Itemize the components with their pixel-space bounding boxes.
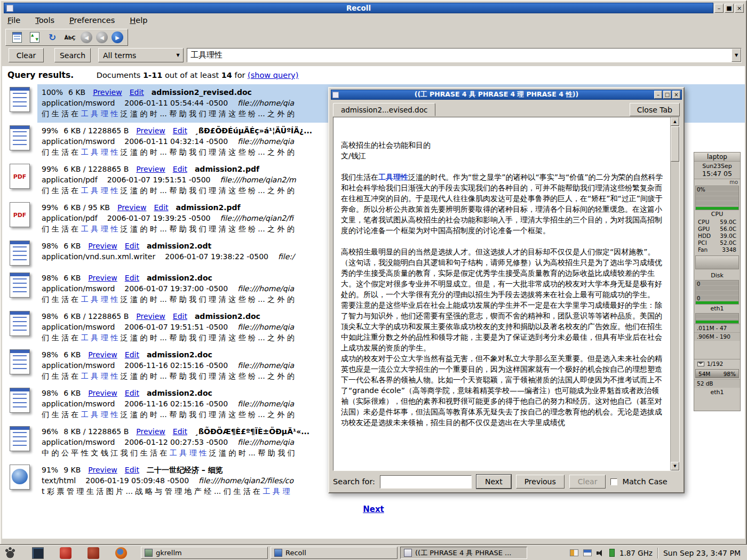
result-edit-link[interactable]: Edit — [125, 350, 139, 359]
find-previous-button[interactable]: Previous — [516, 475, 565, 489]
result-size: 6 KB — [63, 274, 81, 282]
sort-arrows-glyph — [30, 32, 39, 43]
taskbar-task-gkrellm[interactable]: gkrellm — [141, 547, 268, 559]
tray-layout-icon-2[interactable] — [583, 549, 592, 556]
search-input[interactable] — [187, 51, 732, 60]
next-page-button[interactable]: ▶ — [112, 31, 123, 43]
result-preview-link[interactable]: Preview — [88, 389, 117, 397]
result-edit-link[interactable]: Edit — [125, 389, 139, 397]
menu-preferences[interactable]: Preferences — [69, 16, 115, 27]
result-preview-link[interactable]: Preview — [136, 427, 165, 436]
result-score: 100% — [42, 88, 63, 97]
result-edit-link[interactable]: Edit — [125, 242, 139, 250]
result-preview-link[interactable]: Preview — [88, 466, 117, 474]
gkrellm-mail[interactable]: 1/192 — [694, 359, 740, 368]
menu-tools[interactable]: Tools — [35, 16, 54, 27]
next-results-link[interactable]: Next — [2, 505, 745, 514]
gkrellm-clock[interactable]: Sun23Sep 15:47 05 — [694, 162, 740, 179]
pdf-label: PDF — [10, 212, 29, 219]
find-next-button[interactable]: Next — [476, 475, 511, 489]
firefox-launcher-icon[interactable] — [115, 547, 127, 559]
match-case-checkbox[interactable] — [610, 478, 617, 485]
power-icon[interactable] — [609, 549, 615, 557]
preview-tab[interactable]: admission2...evised.doc — [333, 103, 435, 116]
gkrellm-meter-panel — [695, 255, 739, 269]
history-dropdown-icon[interactable]: ▼ — [732, 49, 741, 62]
result-title: admission2.doc — [147, 350, 212, 359]
find-clear-button: Clear — [569, 475, 606, 489]
result-url: file:///home/qia — [237, 438, 294, 446]
result-preview-link[interactable]: Preview — [88, 242, 117, 250]
preview-titlebar[interactable]: ((工 PHRASE 4 具 PHRASE 4 理 PHRASE 4 性)) –… — [331, 90, 682, 100]
recoll-titlebar[interactable]: Recoll — [4, 3, 713, 13]
result-size: 6 KB — [63, 350, 81, 359]
search-mode-select[interactable]: All terms ▼ — [98, 48, 184, 62]
doc-file-icon — [10, 426, 30, 451]
gkrellm-disk-chart[interactable]: 0 0 — [695, 280, 739, 305]
first-page-button[interactable]: ◀ — [81, 31, 92, 43]
menu-file[interactable]: File — [7, 16, 20, 27]
prev-page-button[interactable]: ◀ — [96, 31, 108, 43]
app-launcher-red-icon[interactable] — [60, 547, 71, 559]
scrollbar-thumb[interactable] — [671, 126, 679, 162]
gkrellm-sensor-cpu: CPU59.0C — [694, 219, 740, 226]
result-edit-link[interactable]: Edit — [154, 203, 168, 212]
search-button[interactable]: Search — [54, 48, 91, 62]
result-preview-link[interactable]: Preview — [136, 165, 165, 173]
gkrellm-memory-meter[interactable]: 54M 98% — [695, 369, 739, 378]
query-history-icon[interactable]: ↻ — [45, 31, 59, 44]
maximize-button[interactable]: ■ — [725, 4, 734, 13]
result-size: 6 KB / 95 KB — [63, 203, 110, 212]
preview-text: 高校招生的社会功能和目的文/钱江我们生活在工具理性泛滥的时代。作为“世之显学”的… — [341, 117, 665, 470]
menu-help[interactable]: Help — [130, 16, 147, 27]
result-url: file:/ — [278, 252, 295, 261]
results-documents-word: Documents — [97, 71, 141, 79]
preview-minimize-button[interactable]: – — [654, 91, 662, 99]
show-query-link[interactable]: (show query) — [248, 71, 298, 79]
result-score: 98% — [42, 274, 58, 282]
result-preview-link[interactable]: Preview — [93, 88, 122, 97]
gkrellm-volume[interactable]: 52 dB — [694, 379, 740, 388]
close-button[interactable]: × — [735, 4, 744, 13]
table-view-icon[interactable] — [10, 31, 24, 44]
tray-layout-icon-1[interactable] — [570, 549, 578, 556]
terminal-launcher-icon[interactable] — [32, 547, 44, 559]
app-launcher-darkred-icon[interactable] — [88, 547, 99, 559]
menu-launcher-icon[interactable] — [4, 547, 16, 559]
scroll-up-icon[interactable]: ▲ — [671, 117, 679, 126]
clear-button[interactable]: Clear — [9, 48, 44, 62]
result-preview-link[interactable]: Preview — [88, 350, 117, 359]
result-preview-link[interactable]: Preview — [136, 312, 165, 321]
preview-scrollbar[interactable]: ▲ ▼ — [670, 117, 679, 470]
result-edit-link[interactable]: Edit — [125, 274, 139, 282]
result-edit-link[interactable]: Edit — [173, 427, 187, 436]
preview-paragraph: 高校招生的社会功能和目的 — [341, 140, 665, 150]
doc-file-icon — [10, 125, 30, 150]
chevron-down-icon: ▼ — [173, 49, 183, 62]
spellcheck-icon[interactable]: ÂbÇ — [63, 31, 77, 44]
gkrellm-cpu-chart[interactable]: 0% — [695, 186, 739, 210]
preview-paragraph: 需要注意的是这些毕业后在社会上能成功发展的学生并不一定是在大学里学习成绩最好的学… — [341, 300, 665, 353]
sort-icon[interactable] — [28, 31, 42, 44]
gkrellm-net-chart[interactable] — [695, 313, 739, 324]
result-edit-link[interactable]: Edit — [173, 312, 187, 321]
scroll-down-icon[interactable]: ▼ — [671, 462, 679, 470]
result-score: 98% — [42, 350, 58, 359]
result-preview-link[interactable]: Preview — [117, 203, 147, 212]
result-edit-link[interactable]: Edit — [173, 165, 187, 173]
doc-file-icon — [10, 388, 30, 413]
find-input[interactable] — [380, 475, 472, 489]
taskbar-task-recoll[interactable]: Recoll — [271, 547, 398, 559]
preview-close-button[interactable]: × — [672, 91, 680, 99]
minimize-button[interactable]: – — [714, 4, 724, 13]
taskbar-task-preview[interactable]: ((工 PHRASE 4 具 PHRASE ... — [400, 547, 527, 559]
result-edit-link[interactable]: Edit — [130, 88, 144, 97]
preview-maximize-button[interactable]: □ — [663, 91, 671, 99]
gkrellm-interface-label: eth1 — [694, 388, 740, 397]
result-preview-link[interactable]: Preview — [136, 126, 165, 135]
close-tab-button[interactable]: Close Tab — [630, 103, 680, 116]
volume-icon[interactable] — [597, 549, 605, 556]
result-preview-link[interactable]: Preview — [88, 274, 117, 282]
result-edit-link[interactable]: Edit — [125, 466, 139, 474]
result-edit-link[interactable]: Edit — [173, 126, 187, 135]
